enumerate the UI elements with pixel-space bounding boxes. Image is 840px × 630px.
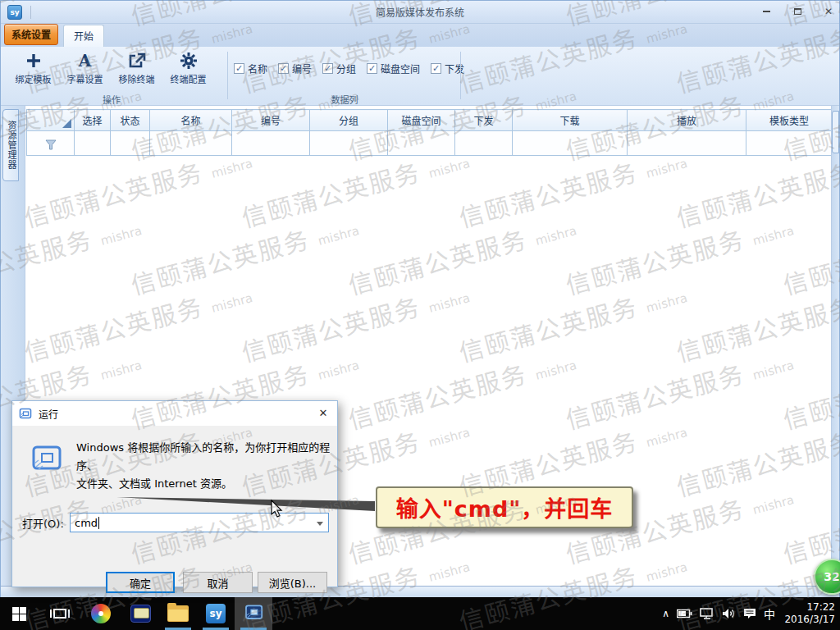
bind-template-button[interactable]: 绑定模板 (7, 48, 59, 89)
checkbox-name[interactable]: ✓名称 (234, 62, 267, 75)
group-label-data-columns: 数据列 (229, 93, 460, 106)
tray-chevron-icon[interactable]: ∧ (662, 608, 669, 619)
filter-cell[interactable] (232, 131, 310, 156)
table-filter-row (27, 131, 833, 156)
run-icon (29, 444, 63, 477)
minimize-icon (763, 11, 770, 12)
network-icon[interactable] (700, 608, 714, 619)
notification-icon[interactable] (743, 608, 756, 619)
run-taskbar-button[interactable] (235, 597, 272, 630)
clock-date: 2016/3/17 (783, 614, 835, 626)
column-header-number[interactable]: 编号 (232, 110, 310, 131)
checkbox-number[interactable]: ✓编号 (278, 62, 312, 75)
restore-icon (794, 8, 801, 15)
volume-icon[interactable] (722, 608, 736, 619)
folder-icon (167, 605, 189, 622)
recorder-badge-value: 32 (824, 570, 839, 583)
task-view-button[interactable] (41, 597, 79, 630)
checkbox-checked-icon: ✓ (234, 63, 244, 74)
run-dialog-close-button[interactable]: ✕ (309, 401, 337, 425)
filter-cell[interactable] (746, 131, 833, 156)
taskbar: sy ∧ (0, 597, 840, 630)
start-button[interactable] (0, 597, 38, 630)
column-header-template-type[interactable]: 模板类型 (746, 110, 833, 131)
column-header-status[interactable]: 状态 (111, 110, 150, 131)
taskbar-clock[interactable]: 17:22 2016/3/17 (783, 601, 835, 626)
run-dialog-titlebar: 运行 ✕ (12, 401, 337, 426)
callout-annotation: 输入"cmd"，并回车 (376, 486, 633, 528)
close-icon: ✕ (824, 6, 833, 17)
file-explorer-taskbar-button[interactable] (159, 597, 197, 630)
column-header-name[interactable]: 名称 (150, 110, 232, 131)
run-dialog-title: 运行 (39, 407, 58, 421)
column-header-download[interactable]: 下载 (513, 110, 628, 131)
tab-start[interactable]: 开始 (63, 25, 104, 47)
clock-time: 17:22 (783, 601, 835, 614)
export-icon (128, 51, 146, 71)
checkbox-group[interactable]: ✓分组 (322, 62, 356, 75)
checkbox-checked-icon: ✓ (367, 63, 377, 74)
filter-cell[interactable] (27, 131, 75, 156)
font-icon: A (79, 51, 92, 71)
ok-button[interactable]: 确定 (106, 572, 175, 593)
column-header-play[interactable]: 播放 (628, 110, 746, 131)
browse-button[interactable]: 浏览(B)... (258, 572, 327, 593)
table-corner-cell[interactable] (27, 110, 75, 131)
filter-cell[interactable] (628, 131, 746, 156)
cancel-button[interactable]: 取消 (183, 572, 253, 593)
run-command-input[interactable]: cmd (70, 513, 329, 532)
resource-manager-tab[interactable]: 资源管理器 (2, 109, 19, 181)
group-separator (227, 52, 228, 99)
ribbon: 绑定模板 A 字幕设置 移除终端 (1, 47, 839, 106)
column-header-select[interactable]: 选择 (75, 110, 111, 131)
filter-cell[interactable] (455, 131, 513, 156)
sort-triangle-icon (62, 119, 71, 128)
subtitle-settings-button[interactable]: A 字幕设置 (59, 48, 111, 89)
group-label-actions: 操作 (1, 93, 222, 106)
right-panel-strip (831, 106, 839, 586)
filter-icon (45, 139, 57, 150)
column-header-distribute[interactable]: 下发 (455, 110, 513, 131)
checkbox-checked-icon: ✓ (278, 63, 289, 74)
sy-app-taskbar-button[interactable]: sy (197, 597, 235, 630)
app-titlebar: sy 简易版媒体发布系统 ✕ (1, 1, 839, 24)
table-header-row: 选择 状态 名称 编号 分组 磁盘空间 下发 下载 播放 模板类型 (27, 110, 833, 131)
ime-indicator[interactable]: 中 (764, 605, 775, 622)
checkbox-checked-icon: ✓ (322, 63, 333, 74)
instant-demo-icon (130, 605, 151, 623)
text-caret (98, 517, 99, 529)
browser-taskbar-button[interactable] (82, 597, 120, 630)
close-icon: ✕ (319, 407, 328, 419)
system-settings-menu-button[interactable]: 系统设置 (4, 24, 58, 45)
restore-button[interactable] (788, 4, 806, 19)
plus-icon (25, 51, 42, 71)
run-dialog: 运行 ✕ Windows 将根据你所输入的名称，为你打开相应的程序、 文件夹、文… (11, 400, 338, 587)
filter-cell[interactable] (310, 131, 388, 156)
close-button[interactable]: ✕ (819, 4, 838, 19)
terminal-config-button[interactable]: 终端配置 (162, 48, 214, 89)
remove-terminal-button[interactable]: 移除终端 (111, 48, 162, 89)
instant-demo-taskbar-button[interactable] (121, 597, 159, 630)
group-separator (460, 52, 461, 99)
battery-icon[interactable] (677, 609, 692, 619)
filter-cell[interactable] (388, 131, 455, 156)
sy-app-icon: sy (206, 604, 226, 623)
pinwheel-icon (91, 604, 111, 623)
ribbon-group-data-columns: ✓名称 ✓编号 ✓分组 ✓磁盘空间 ✓下发 (234, 62, 464, 75)
column-header-disk-space[interactable]: 磁盘空间 (388, 110, 455, 131)
filter-cell[interactable] (75, 131, 111, 156)
checkbox-distribute[interactable]: ✓下发 (431, 62, 464, 75)
column-header-group[interactable]: 分组 (310, 110, 388, 131)
callout-text: 输入"cmd"，并回车 (396, 491, 614, 523)
run-dialog-icon (19, 407, 32, 420)
combo-dropdown-icon[interactable] (317, 522, 323, 526)
checkbox-disk-space[interactable]: ✓磁盘空间 (367, 62, 420, 75)
filter-cell[interactable] (111, 131, 150, 156)
screen: sy 简易版媒体发布系统 ✕ 系统设置 开始 绑定模板 (0, 0, 840, 630)
filter-cell[interactable] (150, 131, 232, 156)
ribbon-group-actions: 绑定模板 A 字幕设置 移除终端 (7, 48, 214, 89)
open-label: 打开(O): (22, 515, 70, 531)
right-side-tab[interactable] (832, 111, 839, 153)
filter-cell[interactable] (513, 131, 628, 156)
minimize-button[interactable] (757, 4, 775, 19)
